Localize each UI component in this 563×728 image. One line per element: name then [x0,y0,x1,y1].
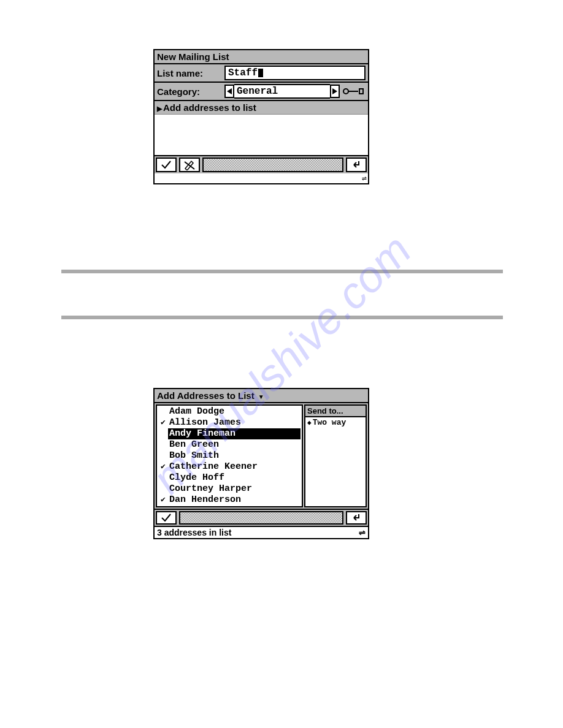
address-list[interactable]: Adam Dodge✔Allison JamesAndy FinemanBen … [156,404,303,507]
address-name: Allison James [168,417,301,428]
status-row: ⇌ [155,173,368,183]
list-name-label: List name: [157,68,224,78]
confirm-button[interactable] [156,511,177,525]
list-item[interactable]: Ben Green [157,439,302,450]
check-icon: ✔ [158,495,168,506]
triangle-right-icon: ▶ [157,105,162,112]
list-item[interactable]: Courtney Harper [157,483,302,495]
add-addresses-section-header[interactable]: ▶Add addresses to list [155,101,368,115]
address-name: Clyde Hoff [168,472,301,483]
list-item[interactable]: ✔Catherine Keener [157,461,302,472]
check-icon: ✔ [158,461,168,472]
list-item[interactable]: ✔Allison James [157,417,302,428]
triangle-left-icon [227,88,232,94]
toolbar [155,155,368,173]
section-header-label: Add addresses to list [163,102,256,113]
list-item[interactable]: ✔Dan Henderson [157,495,302,506]
sync-icon: ⇌ [359,528,366,537]
pen-strike-icon [183,159,196,170]
return-arrow-icon [351,513,361,523]
address-name: Bob Smith [168,450,301,461]
window-body: Adam Dodge✔Allison JamesAndy FinemanBen … [155,403,368,509]
divider-line [61,270,503,273]
list-item[interactable]: Andy Fineman [157,428,302,439]
bullet-icon: ◆ [307,419,312,427]
address-name: Dan Henderson [168,495,301,506]
svg-rect-4 [359,89,363,94]
svg-marker-0 [227,88,232,94]
toolbar [155,509,368,526]
window-title-label: Add Addresses to List [157,390,255,401]
address-name: Andy Fineman [168,428,301,439]
write-disabled-button[interactable] [179,157,200,172]
status-text: 3 addresses in list [157,528,231,537]
return-arrow-icon [351,160,361,170]
back-button[interactable] [346,511,367,525]
window-title[interactable]: Add Addresses to List ▼ [155,389,368,403]
address-name: Adam Dodge [168,406,301,417]
check-icon [161,512,172,523]
divider-line [61,316,503,319]
send-to-option-label: Two way [313,418,347,427]
triangle-right-icon [332,88,337,94]
check-icon: ✔ [158,417,168,428]
key-lock-icon[interactable] [341,85,366,98]
svg-marker-1 [332,88,337,94]
status-bar: 3 addresses in list ⇌ [155,526,368,538]
send-to-panel: Send to... ◆Two way [304,404,367,507]
window-title: New Mailing List [155,50,368,64]
list-item[interactable]: Bob Smith [157,450,302,461]
sync-icon: ⇌ [362,173,367,183]
new-mailing-list-window: New Mailing List List name: Staff Catego… [153,49,369,184]
dropdown-triangle-icon: ▼ [258,393,264,400]
list-item[interactable]: Adam Dodge [157,406,302,417]
svg-point-2 [343,89,348,94]
category-row: Category: General [155,83,368,101]
key-icon [342,87,364,96]
send-to-option[interactable]: ◆Two way [305,417,366,428]
address-name: Catherine Keener [168,461,301,472]
address-name: Ben Green [168,439,301,450]
list-name-input[interactable]: Staff [224,66,366,80]
address-name: Courtney Harper [168,483,301,495]
empty-address-area [155,115,368,155]
text-cursor-icon [258,69,263,77]
list-name-row: List name: Staff [155,64,368,83]
confirm-button[interactable] [156,157,177,172]
category-selector: General [224,84,366,99]
category-prev-button[interactable] [224,85,234,98]
back-button[interactable] [346,157,367,172]
send-to-header: Send to... [305,406,366,417]
check-icon [161,159,172,170]
toolbar-spacer [179,511,343,525]
category-field[interactable]: General [234,84,330,99]
toolbar-spacer [202,157,343,172]
list-name-value: Staff [228,67,258,78]
category-next-button[interactable] [330,85,340,98]
add-addresses-window: Add Addresses to List ▼ Adam Dodge✔Allis… [153,388,369,539]
list-item[interactable]: Clyde Hoff [157,472,302,483]
category-label: Category: [157,86,224,97]
